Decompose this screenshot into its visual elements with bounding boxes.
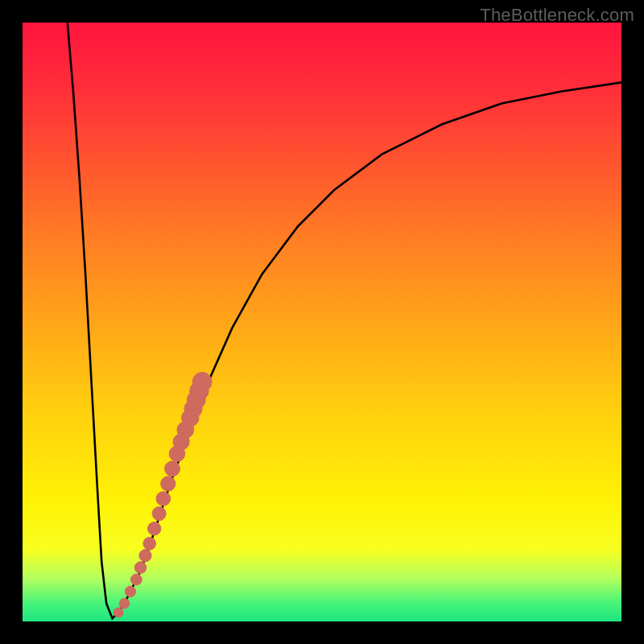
- plot-area: [23, 23, 621, 621]
- marker-dot: [161, 477, 175, 491]
- marker-dot: [147, 522, 160, 535]
- watermark-text: TheBottleneck.com: [480, 5, 634, 26]
- highlighted-segment: [114, 372, 212, 617]
- marker-dot: [143, 537, 156, 550]
- marker-dot: [165, 461, 180, 477]
- marker-dot: [119, 598, 130, 609]
- marker-dot: [130, 574, 142, 585]
- chart-svg: [23, 23, 621, 621]
- marker-dot: [152, 507, 166, 521]
- marker-dot: [114, 608, 123, 617]
- marker-dot: [125, 586, 135, 597]
- marker-dot: [134, 562, 147, 574]
- marker-dot: [139, 550, 151, 562]
- marker-dot: [156, 492, 171, 506]
- chart-frame: TheBottleneck.com: [0, 0, 644, 644]
- marker-dot: [192, 372, 212, 391]
